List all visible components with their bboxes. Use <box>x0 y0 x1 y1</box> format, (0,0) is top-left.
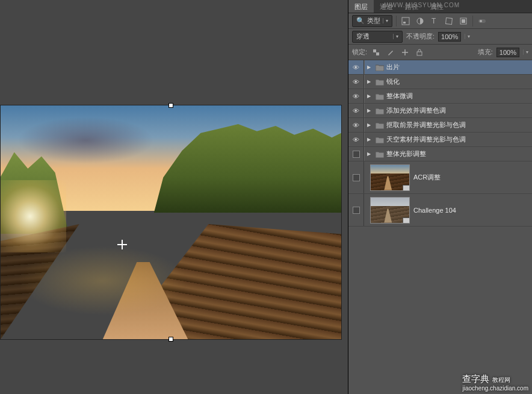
filter-type-icon[interactable]: T <box>429 16 440 27</box>
visibility-toggle-empty[interactable] <box>353 151 360 158</box>
layer-name-label: 天空素材并调整光影与色调 <box>386 135 466 144</box>
disclosure-triangle-icon[interactable]: ▶ <box>367 79 373 84</box>
layer-name-label: 整体光影调整 <box>386 149 426 158</box>
layer-name-label: ACR调整 <box>413 173 441 182</box>
lock-row: 锁定: 填充: 100% ▾ <box>348 45 532 60</box>
disclosure-triangle-icon[interactable]: ▶ <box>367 137 373 142</box>
layer-name-label: 添加光效并调整色调 <box>386 106 446 115</box>
lock-transparent-icon[interactable] <box>371 47 382 58</box>
chevron-down-icon: ▾ <box>393 34 398 39</box>
layer-item[interactable]: ACR调整 <box>348 161 532 194</box>
filter-smartobject-icon[interactable] <box>458 16 469 27</box>
disclosure-triangle-icon[interactable]: ▶ <box>367 122 373 128</box>
chevron-down-icon: ▾ <box>383 18 388 23</box>
smartobject-badge-icon <box>403 185 410 191</box>
watermark-main: 查字典 <box>462 374 489 384</box>
layer-group[interactable]: 👁 ▶ 抠取前景并调整光影与色调 <box>348 118 532 133</box>
layer-name-label: 出片 <box>386 63 400 72</box>
layer-group[interactable]: 👁 ▶ 出片 <box>348 60 532 75</box>
filter-kind-label: 类型 <box>367 16 380 25</box>
visibility-eye-icon[interactable]: 👁 <box>353 136 359 143</box>
visibility-toggle-empty[interactable] <box>353 174 360 181</box>
folder-icon <box>376 107 384 114</box>
layer-thumbnail[interactable] <box>370 164 410 191</box>
layers-panel: WWW.MISSYUAN.COM 图层 通道 路径 属性 🔍 类型 ▾ T 穿透… <box>348 0 532 394</box>
layer-group[interactable]: 👁 ▶ 整体微调 <box>348 89 532 104</box>
lock-paint-icon[interactable] <box>385 47 396 58</box>
smartobject-badge-icon <box>403 217 410 224</box>
visibility-eye-icon[interactable]: 👁 <box>353 122 359 129</box>
watermark-sub: 教程网 <box>492 377 510 383</box>
main-image <box>1 105 341 339</box>
canvas-area <box>0 0 348 394</box>
svg-rect-1 <box>403 22 406 23</box>
layer-name-label: 抠取前景并调整光影与色调 <box>386 120 466 130</box>
opacity-label: 不透明度: <box>406 32 435 41</box>
tab-layers[interactable]: 图层 <box>348 0 374 13</box>
layer-list: 👁 ▶ 出片 👁 ▶ 锐化 👁 ▶ 整体微调 👁 <box>348 60 532 227</box>
layer-group[interactable]: 👁 ▶ 天空素材并调整光影与色调 <box>348 133 532 147</box>
disclosure-triangle-icon[interactable]: ▶ <box>367 93 373 99</box>
folder-icon <box>376 151 384 158</box>
chevron-down-icon[interactable]: ▾ <box>465 34 470 39</box>
layer-filter-row: 🔍 类型 ▾ T <box>348 13 532 29</box>
visibility-eye-icon[interactable]: 👁 <box>353 93 359 100</box>
layer-name-label: 整体微调 <box>386 92 413 101</box>
transform-handle-top[interactable] <box>169 103 173 108</box>
canvas-image-container[interactable] <box>0 105 342 340</box>
fill-label: 填充: <box>478 48 493 57</box>
watermark-url: jiaocheng.chazidian.com <box>462 385 528 392</box>
transform-handle-bottom[interactable] <box>169 337 173 342</box>
layer-group[interactable]: 👁 ▶ 锐化 <box>348 75 532 89</box>
svg-rect-6 <box>462 19 465 23</box>
layer-item[interactable]: Challenge 104 <box>348 194 532 227</box>
layer-name-label: Challenge 104 <box>413 207 456 214</box>
opacity-value[interactable]: 100% <box>438 32 461 42</box>
disclosure-triangle-icon[interactable]: ▶ <box>367 64 373 70</box>
layer-name-label: 锐化 <box>386 77 400 86</box>
filter-shape-icon[interactable] <box>444 16 454 27</box>
visibility-eye-icon[interactable]: 👁 <box>353 64 359 71</box>
filter-pixel-icon[interactable] <box>400 16 411 27</box>
svg-text:T: T <box>431 17 436 25</box>
filter-toggle-icon[interactable] <box>477 16 487 27</box>
visibility-toggle-empty[interactable] <box>353 207 360 214</box>
disclosure-triangle-icon[interactable]: ▶ <box>367 151 373 157</box>
svg-rect-9 <box>373 49 376 52</box>
visibility-eye-icon[interactable]: 👁 <box>353 78 359 86</box>
filter-adjustment-icon[interactable] <box>415 16 425 27</box>
watermark-top: WWW.MISSYUAN.COM <box>385 2 460 8</box>
folder-icon <box>376 122 384 129</box>
blend-mode-dropdown[interactable]: 穿透 ▾ <box>352 31 403 43</box>
visibility-eye-icon[interactable]: 👁 <box>353 107 359 114</box>
svg-rect-11 <box>417 52 422 55</box>
chevron-down-icon[interactable]: ▾ <box>523 49 528 55</box>
folder-icon <box>376 64 384 71</box>
svg-rect-4 <box>446 17 453 24</box>
lock-position-icon[interactable] <box>400 47 410 58</box>
svg-point-8 <box>480 20 482 22</box>
disclosure-triangle-icon[interactable]: ▶ <box>367 108 373 113</box>
layer-group[interactable]: ▶ 整体光影调整 <box>348 147 532 161</box>
svg-rect-10 <box>376 52 379 55</box>
layer-thumbnail[interactable] <box>370 197 410 224</box>
layer-group[interactable]: 👁 ▶ 添加光效并调整色调 <box>348 104 532 118</box>
folder-icon <box>376 93 384 100</box>
fill-value[interactable]: 100% <box>496 48 519 57</box>
watermark: 查字典 教程网 jiaocheng.chazidian.com <box>462 374 528 392</box>
search-icon: 🔍 <box>356 17 365 25</box>
blend-mode-value: 穿透 <box>356 32 370 41</box>
filter-kind-dropdown[interactable]: 🔍 类型 ▾ <box>352 15 392 27</box>
lock-all-icon[interactable] <box>414 47 425 58</box>
lock-label: 锁定: <box>352 48 367 57</box>
folder-icon <box>376 78 384 86</box>
folder-icon <box>376 136 384 143</box>
svg-rect-0 <box>402 17 409 25</box>
blend-mode-row: 穿透 ▾ 不透明度: 100% ▾ <box>348 29 532 45</box>
center-crosshair[interactable] <box>117 240 127 249</box>
